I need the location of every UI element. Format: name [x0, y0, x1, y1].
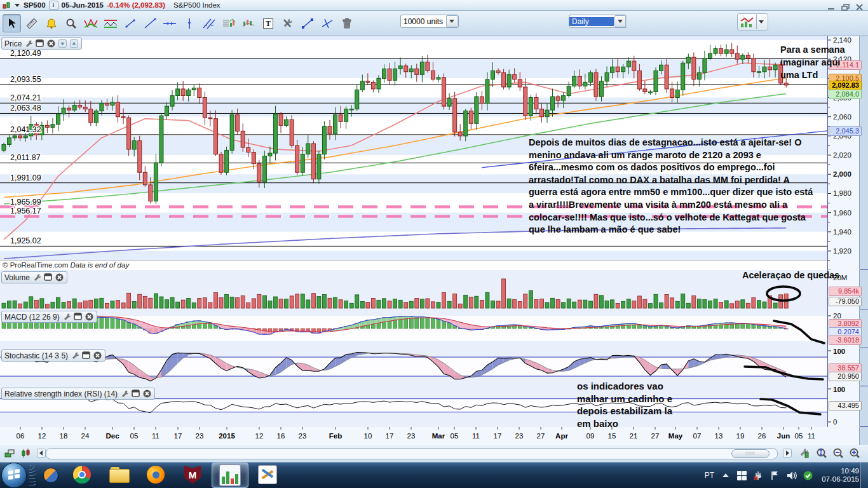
macd-chart[interactable] — [0, 309, 827, 348]
taskbar-app-mcafee[interactable]: M — [175, 463, 210, 487]
units-value: 10000 units — [401, 17, 445, 26]
tool-measure-icon[interactable] — [298, 14, 316, 32]
detach-window-icon[interactable] — [132, 390, 140, 398]
svg-text:11: 11 — [808, 432, 815, 440]
add-chart-caret-icon[interactable] — [756, 15, 766, 29]
tool-forecast-chart-icon[interactable] — [239, 14, 257, 32]
detach-window-icon[interactable] — [36, 39, 44, 48]
chart-settings-icon[interactable] — [797, 447, 811, 459]
detach-window-icon[interactable] — [44, 273, 53, 281]
scrollbar-thumb[interactable] — [731, 449, 770, 458]
units-select[interactable]: 10000 units — [400, 15, 459, 28]
volume-annotation[interactable]: Aceleraçao de quedas — [742, 270, 839, 280]
tool-alarm-bell-icon[interactable] — [42, 14, 60, 32]
period-caret-icon[interactable] — [614, 15, 626, 27]
detach-window-icon[interactable] — [74, 313, 83, 321]
zoom-fit-icon[interactable] — [815, 447, 829, 459]
tool-magnifier-icon[interactable] — [62, 14, 80, 32]
move-up-icon[interactable] — [70, 39, 79, 48]
indicators-annotation[interactable]: os indicadores vao malhar um cadinho e d… — [577, 380, 672, 430]
scroll-right-button[interactable] — [780, 447, 794, 459]
wrench-icon[interactable] — [71, 351, 79, 360]
wrench-icon[interactable] — [32, 273, 41, 281]
minimize-button[interactable] — [827, 2, 836, 9]
tool-text-tool-icon[interactable]: T — [259, 14, 277, 32]
tool-segment-icon[interactable] — [121, 14, 139, 32]
start-button[interactable] — [1, 463, 27, 488]
tool-pointer-icon[interactable] — [3, 14, 21, 32]
time-axis[interactable]: 06121824Dec051117232015121623Feb101723Ma… — [0, 427, 868, 445]
close-panel-icon[interactable] — [55, 273, 64, 281]
tool-cross-line-icon[interactable] — [318, 14, 336, 32]
updates-icon[interactable] — [803, 470, 813, 481]
taskbar-app-chrome[interactable] — [64, 463, 100, 487]
units-caret-icon[interactable] — [446, 15, 458, 27]
tool-channel-detector-icon[interactable] — [101, 14, 119, 32]
close-panel-icon[interactable] — [143, 390, 152, 398]
zoom-in-icon[interactable] — [848, 447, 862, 459]
svg-text:2,041.32: 2,041.32 — [10, 125, 41, 134]
svg-text:26: 26 — [758, 432, 766, 440]
show-desktop-button[interactable] — [860, 463, 868, 488]
restore-button[interactable] — [841, 2, 850, 9]
main-commentary-annotation[interactable]: Depois de muitos dias de estagnacao...is… — [529, 137, 837, 236]
svg-text:06: 06 — [17, 432, 25, 440]
tool-settings-tools-icon[interactable] — [278, 14, 297, 32]
network-icon[interactable] — [736, 470, 747, 481]
language-indicator[interactable]: PT — [705, 471, 714, 480]
add-chart-button[interactable] — [737, 13, 768, 30]
svg-text:2,120.49: 2,120.49 — [10, 49, 41, 58]
tool-vertical-line-icon[interactable] — [180, 14, 198, 32]
tool-trash-icon[interactable] — [337, 14, 356, 32]
tool-trendline-icon[interactable] — [140, 14, 159, 32]
close-button[interactable] — [855, 2, 864, 9]
weekly-plan-annotation[interactable]: Para a semana imaginar aqui uma LTd — [780, 43, 868, 81]
svg-text:05: 05 — [451, 432, 459, 440]
macd-panel[interactable]: 20 MACD (12 26 9) 3.80920.2074-3.6018 — [0, 309, 868, 348]
power-plug-error-icon[interactable] — [753, 470, 764, 481]
zoom-out-icon[interactable] — [831, 447, 845, 459]
rsi-panel-title: Relative strength index (RSI) (14) — [4, 390, 118, 398]
taskbar-app-explorer[interactable] — [101, 463, 137, 487]
quote-change: -0.14% (2,092.83) — [107, 1, 165, 9]
wrench-icon[interactable] — [120, 390, 129, 398]
close-panel-icon[interactable] — [47, 39, 56, 48]
rsi-panel[interactable]: 1000 Relative strength index (RSI) (14) … — [0, 386, 868, 427]
move-down-icon[interactable] — [58, 39, 67, 48]
svg-text:23: 23 — [196, 432, 204, 440]
hidden-icons-button[interactable] — [720, 470, 731, 481]
svg-text:1,956.17: 1,956.17 — [10, 207, 41, 215]
close-panel-icon[interactable] — [93, 351, 102, 360]
close-panel-icon[interactable] — [85, 313, 94, 321]
info-icon[interactable]: i — [49, 1, 58, 10]
tool-pattern-detector-icon[interactable] — [81, 14, 100, 32]
action-center-flag-icon[interactable] — [770, 470, 780, 481]
add-chart-icon — [740, 16, 755, 29]
clock[interactable]: 10:49 07-06-2015 — [822, 467, 859, 484]
horizontal-scrollbar[interactable] — [46, 448, 778, 459]
tool-ruler-icon[interactable] — [22, 14, 41, 32]
tool-horizontal-line-icon[interactable] — [160, 14, 179, 32]
prorealtime-window: SP500 i 05-Jun-2015 -0.14% (2,092.83) S&… — [0, 0, 868, 488]
wrench-icon[interactable] — [62, 313, 71, 321]
detach-window-icon[interactable] — [82, 351, 91, 360]
taskbar-app-firefox[interactable] — [138, 463, 173, 487]
tool-notes-chart-icon[interactable] — [219, 14, 238, 32]
quicklaunch-icon[interactable] — [43, 468, 58, 483]
volume-panel[interactable]: 20M Volume 9,854k-79.050 — [0, 270, 868, 309]
taskbar-app-prorealtime[interactable] — [212, 463, 248, 488]
symbol-label: SP500 — [24, 1, 46, 9]
chart-area: 2,120.492,093.552,074.212,063.482,041.32… — [0, 36, 868, 445]
chart-nav-row — [0, 445, 868, 463]
speaker-icon[interactable] — [786, 470, 797, 481]
stochastic-chart[interactable] — [0, 348, 827, 386]
stochastic-panel[interactable]: 100 Stochastic (14 3 5) 38.55720.950 — [0, 348, 868, 386]
volume-chart[interactable] — [0, 270, 827, 309]
tool-parallel-lines-icon[interactable] — [200, 14, 218, 32]
period-select[interactable]: Daily — [569, 15, 627, 28]
layers-icon[interactable] — [3, 447, 17, 459]
instrument-dropdown-caret[interactable] — [15, 1, 20, 9]
wrench-icon[interactable] — [24, 39, 33, 48]
taskbar-app-design[interactable] — [250, 463, 285, 487]
candle-mode-icon[interactable] — [19, 447, 33, 459]
